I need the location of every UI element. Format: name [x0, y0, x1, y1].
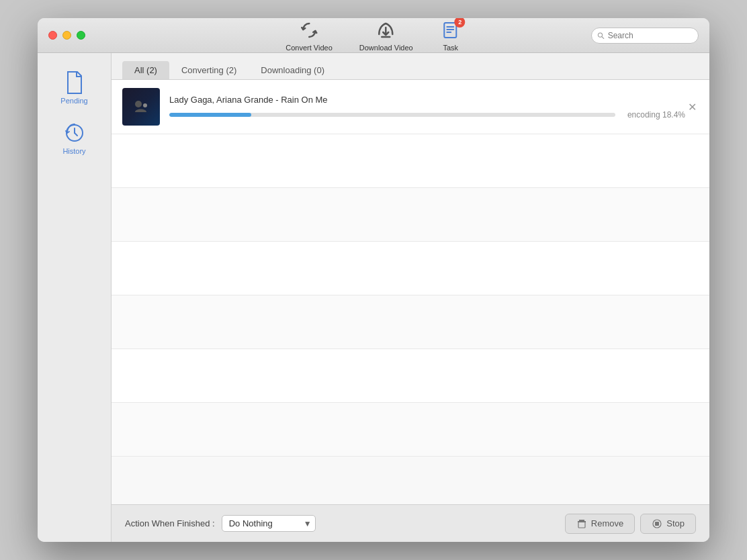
maximize-button[interactable] — [77, 31, 85, 40]
history-icon — [64, 122, 85, 144]
svg-point-10 — [143, 103, 147, 107]
task-icon: 2 — [440, 19, 462, 41]
action-select-container[interactable]: Do Nothing Sleep Shut Down Quit App ▼ — [222, 515, 316, 532]
stop-icon — [652, 518, 662, 529]
bottom-actions: Remove Stop — [565, 514, 696, 534]
empty-row — [112, 242, 709, 295]
sidebar-pending-label: Pending — [60, 97, 87, 105]
svg-line-7 — [602, 36, 604, 38]
sidebar-item-history[interactable]: History — [44, 117, 105, 160]
task-badge: 2 — [455, 18, 466, 28]
convert-video-button[interactable]: Convert Video — [285, 19, 333, 52]
bottom-bar: Action When Finished : Do Nothing Sleep … — [112, 504, 709, 542]
minimize-button[interactable] — [62, 31, 71, 40]
sidebar-history-label: History — [62, 147, 85, 155]
svg-rect-12 — [579, 520, 584, 521]
empty-row — [112, 349, 709, 403]
tab-downloading[interactable]: Downloading (0) — [249, 61, 337, 79]
pending-icon — [64, 72, 85, 93]
remove-button[interactable]: Remove — [565, 514, 635, 534]
action-when-finished-label: Action When Finished : — [125, 518, 215, 528]
convert-video-label: Convert Video — [285, 44, 333, 52]
progress-bar-fill — [169, 113, 251, 117]
titlebar: Convert Video Download Video — [38, 18, 709, 53]
svg-point-9 — [135, 101, 142, 107]
search-input[interactable] — [608, 31, 693, 40]
task-progress-container: encoding 18.4% — [169, 110, 685, 120]
task-label: Task — [443, 44, 458, 52]
task-close-button[interactable]: ✕ — [685, 100, 699, 113]
main-area: Pending History All (2) — [38, 53, 709, 542]
table-row: Lady Gaga, Ariana Grande - Rain On Me en… — [112, 80, 709, 134]
download-video-label: Download Video — [359, 44, 413, 52]
task-status: encoding 18.4% — [627, 110, 685, 120]
tabs-bar: All (2) Converting (2) Downloading (0) — [112, 53, 709, 80]
tab-converting[interactable]: Converting (2) — [169, 61, 249, 79]
toolbar: Convert Video Download Video — [285, 19, 461, 52]
progress-bar-background — [169, 113, 615, 117]
download-video-icon — [376, 19, 397, 41]
task-info: Lady Gaga, Ariana Grande - Rain On Me en… — [169, 95, 685, 120]
search-box[interactable] — [591, 28, 699, 44]
download-video-button[interactable]: Download Video — [359, 19, 413, 52]
empty-rows — [112, 134, 709, 457]
task-button[interactable]: 2 Task — [440, 19, 462, 52]
svg-rect-13 — [578, 522, 585, 528]
sidebar-item-pending[interactable]: Pending — [44, 66, 105, 110]
traffic-lights — [48, 31, 85, 40]
search-icon — [597, 32, 605, 40]
stop-label: Stop — [666, 518, 685, 528]
empty-row — [112, 188, 709, 242]
main-window: Convert Video Download Video — [38, 18, 709, 542]
empty-row — [112, 403, 709, 457]
empty-row — [112, 295, 709, 349]
sidebar: Pending History — [38, 53, 112, 542]
remove-icon — [576, 518, 587, 529]
action-select[interactable]: Do Nothing Sleep Shut Down Quit App — [222, 515, 316, 532]
tab-all[interactable]: All (2) — [122, 61, 169, 79]
empty-row — [112, 134, 709, 188]
task-list: Lady Gaga, Ariana Grande - Rain On Me en… — [112, 80, 709, 504]
task-thumbnail — [122, 88, 160, 126]
close-button[interactable] — [48, 31, 57, 40]
content-area: All (2) Converting (2) Downloading (0) — [112, 53, 709, 542]
remove-label: Remove — [591, 518, 623, 528]
svg-point-6 — [598, 32, 602, 36]
stop-button[interactable]: Stop — [640, 514, 696, 534]
thumbnail-image — [122, 88, 160, 126]
convert-video-icon — [298, 19, 320, 41]
task-name: Lady Gaga, Ariana Grande - Rain On Me — [169, 95, 685, 105]
thumbnail-placeholder — [133, 99, 149, 115]
svg-rect-15 — [655, 522, 659, 526]
